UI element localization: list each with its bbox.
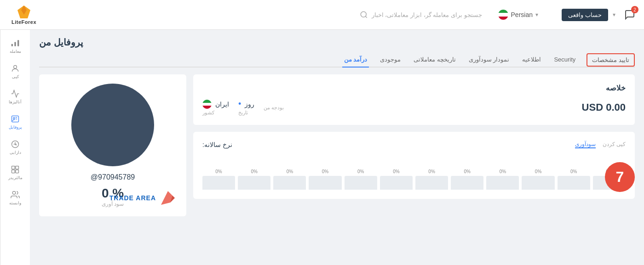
account-selector[interactable]: حساب واقعی: [562, 9, 608, 21]
bar-pct-2: 0%: [570, 169, 577, 174]
bar-rect-10: [273, 176, 306, 190]
bar-col-10: 0%: [273, 169, 306, 190]
svg-point-0: [361, 11, 366, 17]
chart-tab-copy[interactable]: کپی کردن: [603, 141, 626, 148]
bar-col-8: 0%: [345, 169, 377, 190]
tab-history[interactable]: تاریخچه معاملاتی: [412, 52, 458, 68]
svg-rect-13: [16, 169, 19, 173]
sidebar-item-deposit[interactable]: دارایی: [4, 135, 27, 158]
number-badge: 7: [605, 162, 635, 192]
svg-point-14: [12, 191, 16, 194]
sidebar-label-deposit: دارایی: [10, 150, 21, 155]
tab-income[interactable]: درآمد من: [342, 52, 369, 68]
bar-rect-3: [522, 176, 554, 190]
bar-pct-6: 0%: [428, 169, 435, 174]
sidebar-item-partner[interactable]: وابسته: [4, 186, 27, 209]
lang-chevron-icon: ▾: [535, 11, 538, 18]
profile-email: @970945789: [91, 173, 135, 181]
country-row: ایران: [202, 100, 229, 109]
search-area: جستجو برای معامله گر، ابزار معاملاتی، اخ…: [46, 11, 491, 19]
sidebar-item-trading[interactable]: معامله: [4, 34, 27, 57]
bar-pct-11: 0%: [251, 169, 257, 174]
bar-pct-9: 0%: [322, 169, 328, 174]
bar-rect-9: [309, 176, 341, 190]
bar-pct-4: 0%: [500, 169, 506, 174]
content-area: پروفایل من تایید مشخصات Security اطلاعیه…: [30, 30, 644, 265]
tab-verify[interactable]: تایید مشخصات: [586, 53, 635, 67]
profile-header: پروفایل من: [39, 37, 635, 48]
svg-point-6: [14, 65, 17, 68]
flag-icon: [498, 10, 508, 20]
search-text: جستجو برای معامله گر، ابزار معاملاتی، اخ…: [372, 11, 482, 18]
search-button[interactable]: جستجو برای معامله گر، ابزار معاملاتی، اخ…: [360, 11, 482, 19]
chat-chevron-icon[interactable]: ▾: [613, 11, 615, 18]
sidebar-item-profile[interactable]: پروفایل: [4, 110, 27, 133]
bar-col-3: 0%: [522, 169, 554, 190]
sidebar-item-multitrader[interactable]: مالتریدر: [4, 161, 27, 184]
chat-badge: 2: [631, 6, 638, 13]
trade-area-watermark: TRADE AREA: [109, 189, 177, 207]
bar-pct-8: 0%: [357, 169, 364, 174]
deposit-icon: [11, 140, 20, 149]
language-selector[interactable]: ▾ Persian: [498, 10, 538, 20]
summary-country-item: ایران کشور: [202, 100, 229, 116]
right-sidebar: معامله کپی آنالیزها پروفایل: [0, 30, 30, 265]
sidebar-label-copy: کپی: [12, 74, 19, 79]
sidebar-item-analytics[interactable]: آنالیزها: [4, 85, 27, 108]
liteforex-logo: LiteForex: [5, 5, 46, 25]
svg-rect-5: [17, 40, 19, 46]
bar-pct-7: 0%: [393, 169, 399, 174]
bar-col-9: 0%: [309, 169, 341, 190]
bar-col-12: 0%: [202, 169, 235, 190]
trade-area-text: TRADE AREA: [109, 194, 156, 202]
summary-budget-item: بودجه من: [264, 105, 284, 111]
profile-right-col: @970945789 % 0 سود آوری TRADE AREA: [39, 74, 186, 216]
header-left: 2 ▾ حساب واقعی: [547, 5, 639, 24]
tab-balance[interactable]: موجودی: [378, 52, 402, 68]
summary-card: خلاصه 0.00 USD بودجه من روز •: [193, 74, 635, 125]
chart-tabs: کپی کردن سودآوری: [575, 141, 626, 148]
chart-card: کپی کردن سودآوری نرخ سالانه: 0% 0%: [193, 132, 635, 199]
bar-chart: 0% 0% 0% 0%: [202, 153, 626, 190]
svg-point-8: [13, 117, 15, 118]
sidebar-label-multitrader: مالتریدر: [8, 175, 23, 180]
svg-rect-11: [16, 166, 19, 169]
partner-icon: [11, 190, 20, 199]
country-label: کشور: [202, 110, 214, 116]
multitrader-icon: [11, 165, 20, 174]
chat-button[interactable]: 2: [620, 5, 639, 24]
tab-security[interactable]: Security: [552, 52, 577, 68]
chart-tab-profit[interactable]: سودآوری: [575, 141, 596, 148]
profile-left-col: خلاصه 0.00 USD بودجه من روز •: [193, 74, 635, 216]
dot-icon: •: [238, 99, 241, 109]
sidebar-label-trading: معامله: [10, 49, 21, 54]
trade-area-icon: [159, 189, 177, 207]
bar-rect-7: [380, 176, 413, 190]
bar-col-2: 0%: [558, 169, 590, 190]
avatar: [71, 84, 154, 166]
main-layout: پروفایل من تایید مشخصات Security اطلاعیه…: [0, 30, 644, 265]
chart-header: کپی کردن سودآوری نرخ سالانه:: [202, 141, 626, 148]
date-value: روز: [245, 101, 254, 108]
budget-value: 0.00 USD: [582, 101, 626, 113]
country-flag-icon: [202, 100, 212, 109]
bar-pct-12: 0%: [215, 169, 222, 174]
sidebar-item-copy[interactable]: کپی: [4, 60, 27, 83]
summary-row: 0.00 USD بودجه من روز • تاریخ: [202, 99, 626, 116]
budget-label: بودجه من: [264, 105, 284, 111]
header-center: ▾ Persian جستجو برای معامله گر، ابزار مع…: [46, 10, 547, 20]
bar-pct-3: 0%: [535, 169, 541, 174]
bar-col-5: 0%: [451, 169, 483, 190]
profile-content: خلاصه 0.00 USD بودجه من روز •: [39, 74, 635, 216]
chart-title: نرخ سالانه:: [202, 141, 232, 148]
summary-date-item: روز • تاریخ: [238, 99, 254, 116]
tab-profitchart[interactable]: نمودار سودآوری: [467, 52, 512, 68]
summary-title: خلاصه: [202, 84, 626, 92]
bar-rect-12: [202, 176, 235, 190]
profile-tabs: تایید مشخصات Security اطلاعیه نمودار سود…: [39, 52, 635, 68]
profile-icon: [11, 114, 20, 124]
bar-rect-2: [558, 176, 590, 190]
bar-rect-4: [486, 176, 519, 190]
main-header: 2 ▾ حساب واقعی ▾ Persian جستجو برای معام…: [0, 0, 644, 30]
tab-announcements[interactable]: اطلاعیه: [520, 52, 543, 68]
